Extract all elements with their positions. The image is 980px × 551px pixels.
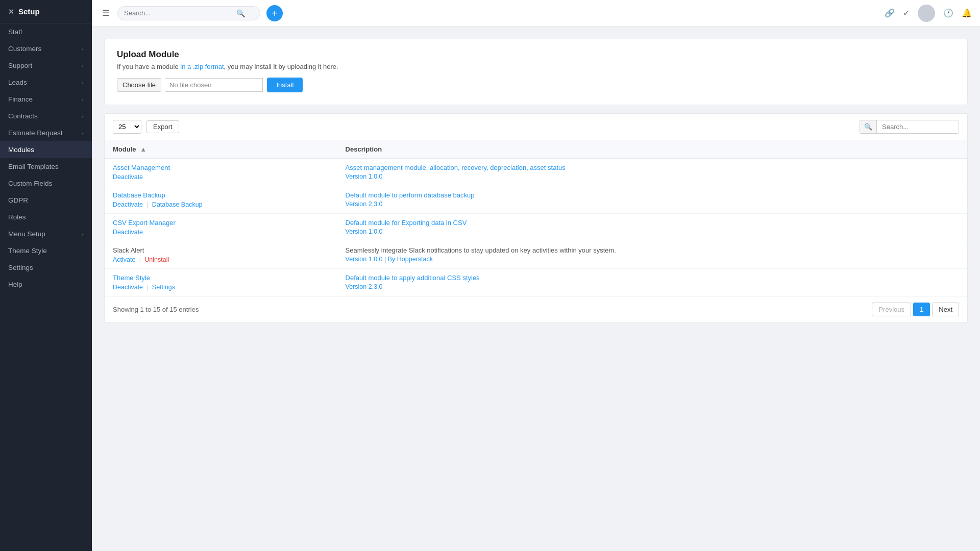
version-link-database-backup[interactable]: Version 2.3.0 — [346, 201, 383, 208]
page-1-button[interactable]: 1 — [913, 303, 930, 316]
pagination: Previous 1 Next — [872, 303, 959, 316]
table-search-icon-button[interactable]: 🔍 — [860, 120, 877, 133]
sidebar-item-custom-fields[interactable]: Custom Fields — [0, 175, 92, 192]
author-link-slack-alert[interactable]: Hopperstack — [397, 256, 433, 263]
sidebar-item-contracts[interactable]: Contracts‹ — [0, 108, 92, 124]
module-name-link-theme-style[interactable]: Theme Style — [113, 274, 329, 282]
share-icon[interactable]: 🔗 — [885, 8, 895, 18]
module-col-header[interactable]: Module ▲ — [105, 140, 337, 159]
topbar-search-box: 🔍 — [117, 6, 260, 20]
sidebar-item-modules[interactable]: Modules — [0, 141, 92, 158]
module-cell-theme-style: Theme StyleDeactivate | Settings — [105, 269, 337, 296]
module-action-settings-theme-style[interactable]: Settings — [152, 284, 175, 291]
description-link-database-backup[interactable]: Default module to perform database backu… — [346, 191, 475, 199]
module-action-uninstall-slack-alert[interactable]: Uninstall — [144, 256, 169, 263]
avatar[interactable] — [918, 5, 935, 22]
action-separator: | — [145, 284, 150, 291]
close-icon[interactable]: ✕ — [8, 8, 14, 16]
version-link-csv-export-manager[interactable]: Version 1.0.0 — [346, 228, 383, 235]
sidebar-item-estimate-request[interactable]: Estimate Request‹ — [0, 124, 92, 141]
export-button[interactable]: Export — [146, 120, 179, 133]
module-name-link-asset-management[interactable]: Asset Management — [113, 164, 329, 171]
chevron-icon: ‹ — [82, 113, 84, 119]
module-action-deactivate-theme-style[interactable]: Deactivate — [113, 284, 143, 291]
version-link-theme-style[interactable]: Version 2.3.0 — [346, 283, 383, 290]
module-description-slack-alert: Seamlessly integrate Slack notifications… — [346, 246, 959, 254]
upload-module-description: If you have a module in a .zip format, y… — [117, 63, 955, 70]
sidebar-item-label: Staff — [8, 28, 22, 36]
module-actions-asset-management: Deactivate — [113, 173, 329, 181]
menu-toggle-button[interactable]: ☰ — [100, 6, 111, 20]
description-link-csv-export-manager[interactable]: Default module for Exporting data in CSV — [346, 219, 467, 227]
module-action-activate-slack-alert[interactable]: Activate — [113, 256, 135, 263]
check-icon[interactable]: ✓ — [903, 8, 910, 18]
module-action-deactivate-asset-management[interactable]: Deactivate — [113, 173, 143, 181]
sidebar-item-label: GDPR — [8, 196, 28, 204]
version-link-asset-management[interactable]: Version 1.0.0 — [346, 173, 383, 180]
bell-icon[interactable]: 🔔 — [962, 8, 972, 18]
module-name-link-csv-export-manager[interactable]: CSV Export Manager — [113, 219, 329, 227]
sidebar-item-label: Contracts — [8, 112, 38, 120]
search-icon[interactable]: 🔍 — [236, 9, 245, 17]
choose-file-button[interactable]: Choose file — [117, 78, 161, 92]
sidebar-header: ✕ Setup — [0, 0, 92, 23]
clock-icon[interactable]: 🕐 — [943, 8, 953, 18]
action-separator: | — [145, 201, 150, 208]
file-name-label: No file chosen — [165, 78, 263, 92]
module-actions-theme-style: Deactivate | Settings — [113, 283, 329, 291]
install-button[interactable]: Install — [267, 78, 303, 92]
module-cell-asset-management: Asset ManagementDeactivate — [105, 159, 337, 186]
add-button[interactable]: + — [266, 5, 283, 21]
showing-entries-label: Showing 1 to 15 of 15 entries — [113, 306, 199, 313]
table-row: Database BackupDeactivate | Database Bac… — [105, 186, 967, 214]
module-action-deactivate-database-backup[interactable]: Deactivate — [113, 201, 143, 208]
sidebar-item-finance[interactable]: Finance‹ — [0, 91, 92, 108]
sidebar-title: Setup — [18, 7, 40, 16]
module-version-asset-management: Version 1.0.0 — [346, 173, 959, 180]
table-search-input[interactable] — [877, 120, 959, 133]
sidebar-item-roles[interactable]: Roles — [0, 209, 92, 226]
sidebar-item-gdpr[interactable]: GDPR — [0, 192, 92, 209]
description-col-header: Description — [337, 140, 967, 159]
table-row: Asset ManagementDeactivateAsset manageme… — [105, 159, 967, 186]
module-action-deactivate-csv-export-manager[interactable]: Deactivate — [113, 229, 143, 236]
sidebar-item-menu-setup[interactable]: Menu Setup‹ — [0, 226, 92, 242]
topbar: ☰ 🔍 + 🔗 ✓ 🕐 🔔 — [92, 0, 980, 27]
sidebar-item-help[interactable]: Help — [0, 276, 92, 293]
sidebar-item-label: Customers — [8, 45, 41, 53]
per-page-select[interactable]: 25 10 50 100 — [113, 120, 141, 134]
sidebar-item-staff[interactable]: Staff — [0, 23, 92, 40]
sidebar-item-settings[interactable]: Settings — [0, 259, 92, 276]
module-actions-csv-export-manager: Deactivate — [113, 228, 329, 236]
search-input[interactable] — [124, 9, 236, 17]
table-row: Slack AlertActivate | UninstallSeamlessl… — [105, 241, 967, 269]
upload-module-title: Upload Module — [117, 49, 955, 60]
module-actions-slack-alert: Activate | Uninstall — [113, 256, 329, 263]
sidebar-item-leads[interactable]: Leads‹ — [0, 74, 92, 91]
module-version-slack-alert: Version 1.0.0 | By Hopperstack — [346, 256, 959, 263]
sidebar-item-customers[interactable]: Customers‹ — [0, 40, 92, 57]
sidebar-item-theme-style[interactable]: Theme Style — [0, 242, 92, 259]
module-description-csv-export-manager: Default module for Exporting data in CSV — [346, 219, 959, 227]
description-cell-database-backup: Default module to perform database backu… — [337, 186, 967, 214]
description-link-asset-management[interactable]: Asset management module, allocation, rec… — [346, 164, 566, 171]
sidebar-item-support[interactable]: Support‹ — [0, 57, 92, 74]
previous-page-button[interactable]: Previous — [872, 303, 911, 316]
sidebar-item-label: Custom Fields — [8, 180, 52, 187]
sidebar-item-label: Support — [8, 62, 32, 69]
upload-module-section: Upload Module If you have a module in a … — [104, 39, 968, 105]
sidebar-item-email-templates[interactable]: Email Templates — [0, 158, 92, 175]
sidebar-item-label: Leads — [8, 79, 27, 86]
zip-format-link[interactable]: in a .zip format — [180, 63, 224, 70]
module-name-link-database-backup[interactable]: Database Backup — [113, 191, 329, 199]
description-link-theme-style[interactable]: Default module to apply additional CSS s… — [346, 274, 480, 282]
module-action-database-backup-database-backup[interactable]: Database Backup — [152, 201, 203, 208]
description-cell-slack-alert: Seamlessly integrate Slack notifications… — [337, 241, 967, 269]
topbar-right: 🔗 ✓ 🕐 🔔 — [885, 5, 972, 22]
chevron-icon: ‹ — [82, 231, 84, 237]
table-footer: Showing 1 to 15 of 15 entries Previous 1… — [105, 296, 967, 322]
table-row: CSV Export ManagerDeactivateDefault modu… — [105, 214, 967, 241]
table-toolbar: 25 10 50 100 Export 🔍 — [105, 114, 967, 140]
main-content: ☰ 🔍 + 🔗 ✓ 🕐 🔔 Upload Module If you have … — [92, 0, 980, 551]
next-page-button[interactable]: Next — [932, 303, 959, 316]
